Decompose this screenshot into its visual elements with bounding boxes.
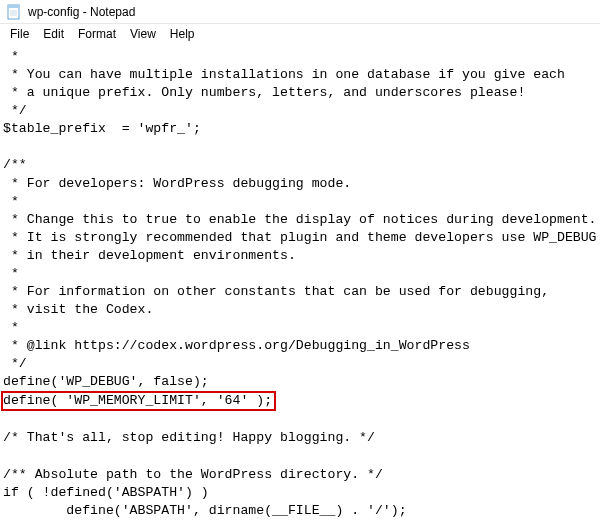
svg-rect-1 [8, 5, 19, 8]
code-line: * in their development environments. [3, 248, 296, 263]
code-line: /** Absolute path to the WordPress direc… [3, 467, 383, 482]
code-line: * a unique prefix. Only numbers, letters… [3, 85, 525, 100]
window-title: wp-config - Notepad [28, 5, 135, 19]
titlebar: wp-config - Notepad [0, 0, 600, 24]
menu-edit[interactable]: Edit [37, 26, 70, 42]
menu-help[interactable]: Help [164, 26, 201, 42]
editor-area[interactable]: * * You can have multiple installations … [0, 44, 600, 528]
code-line: * It is strongly recommended that plugin… [3, 230, 597, 245]
highlighted-code-line: define( 'WP_MEMORY_LIMIT', '64' ); [1, 391, 276, 411]
code-line: * You can have multiple installations in… [3, 67, 565, 82]
code-line: * @link https://codex.wordpress.org/Debu… [3, 338, 470, 353]
code-line: * visit the Codex. [3, 302, 153, 317]
code-line: /** [3, 157, 27, 172]
notepad-icon [6, 4, 22, 20]
code-line: * [3, 266, 19, 281]
code-line: * [3, 320, 19, 335]
code-line: */ [3, 356, 27, 371]
code-line: */ [3, 103, 27, 118]
menu-view[interactable]: View [124, 26, 162, 42]
menu-format[interactable]: Format [72, 26, 122, 42]
menubar: File Edit Format View Help [0, 24, 600, 44]
code-line: /* That's all, stop editing! Happy blogg… [3, 430, 375, 445]
code-line: $table_prefix = 'wpfr_'; [3, 121, 201, 136]
code-line: define('ABSPATH', dirname(__FILE__) . '/… [3, 503, 407, 518]
code-line: * Change this to true to enable the disp… [3, 212, 597, 227]
code-line: * For developers: WordPress debugging mo… [3, 176, 351, 191]
menu-file[interactable]: File [4, 26, 35, 42]
code-line: if ( !defined('ABSPATH') ) [3, 485, 209, 500]
code-line: * [3, 49, 19, 64]
code-line: * For information on other constants tha… [3, 284, 549, 299]
code-line: define('WP_DEBUG', false); [3, 374, 209, 389]
code-line: * [3, 194, 19, 209]
